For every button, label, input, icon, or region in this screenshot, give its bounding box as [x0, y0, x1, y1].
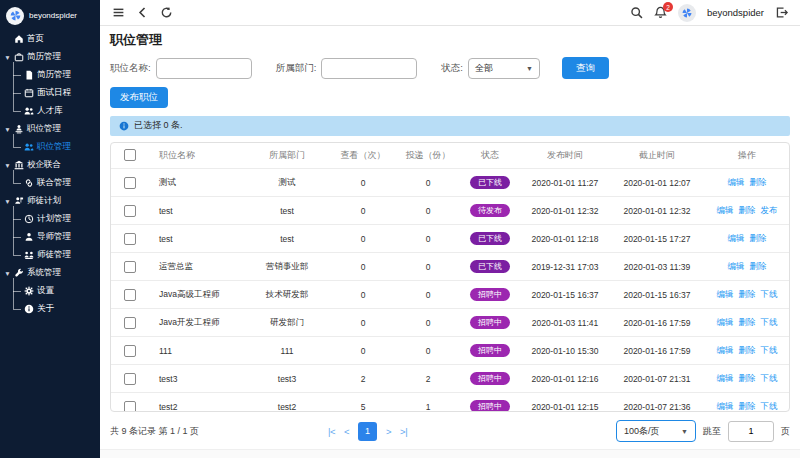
- menu-toggle-icon[interactable]: [112, 6, 125, 19]
- back-icon[interactable]: [136, 6, 149, 19]
- sidebar-item-3[interactable]: ▼校企联合: [0, 156, 100, 174]
- next-page-button[interactable]: >: [386, 426, 391, 437]
- action-edit-link[interactable]: 编辑: [717, 317, 734, 327]
- sidebar-subitem-1-1[interactable]: 面试日程: [13, 84, 100, 102]
- select-all-checkbox[interactable]: [124, 149, 136, 161]
- status-badge: 招聘中: [470, 316, 510, 329]
- selection-bar: 已选择 0 条.: [110, 116, 790, 135]
- logout-icon[interactable]: [775, 6, 788, 19]
- row-checkbox[interactable]: [124, 401, 136, 412]
- row-checkbox[interactable]: [124, 205, 136, 217]
- chevron-down-icon: ▼: [4, 162, 11, 169]
- sidebar-subitem-5-0[interactable]: 设置: [13, 282, 100, 300]
- cell-publish-time: 2020-01-01 12:18: [519, 225, 611, 253]
- row-checkbox[interactable]: [124, 261, 136, 273]
- pagination: |< < 1 > >|: [328, 422, 407, 441]
- status-select[interactable]: 全部 ▼: [468, 58, 540, 79]
- name-filter-input[interactable]: [156, 58, 252, 79]
- cell-views: 0: [331, 253, 395, 281]
- action-offline-link[interactable]: 下线: [761, 401, 778, 411]
- sidebar-subitem-label: 设置: [37, 285, 54, 297]
- wrench-icon: [14, 268, 24, 278]
- sidebar: beyondspider 首页▼简历管理简历管理面试日程人才库▼职位管理职位管理…: [0, 0, 100, 458]
- table-row: 111 111 0 0 招聘中 2020-01-10 15:30 2020-01…: [111, 337, 790, 365]
- action-delete-link[interactable]: 删除: [750, 261, 767, 271]
- refresh-icon[interactable]: [160, 6, 173, 19]
- sidebar-subitem-5-1[interactable]: 关于: [13, 300, 100, 318]
- publish-job-button[interactable]: 发布职位: [110, 87, 168, 108]
- action-edit-link[interactable]: 编辑: [728, 233, 745, 243]
- status-badge: 已下线: [470, 232, 510, 245]
- cell-deadline: 2020-01-07 21:31: [611, 365, 703, 393]
- action-edit-link[interactable]: 编辑: [717, 345, 734, 355]
- action-edit-link[interactable]: 编辑: [717, 401, 734, 411]
- records-summary: 共 9 条记录 第 1 / 1 页: [110, 425, 199, 438]
- row-checkbox[interactable]: [124, 345, 136, 357]
- sidebar-subitem-2-0[interactable]: 职位管理: [13, 138, 100, 156]
- jump-page-input[interactable]: [728, 421, 774, 442]
- cell-department: test2: [243, 393, 331, 412]
- cell-department: 测试: [243, 169, 331, 197]
- dept-filter-input[interactable]: [321, 58, 417, 79]
- avatar[interactable]: [678, 4, 696, 22]
- cell-publish-time: 2020-01-03 11:41: [519, 309, 611, 337]
- action-delete-link[interactable]: 删除: [739, 289, 756, 299]
- first-page-button[interactable]: |<: [328, 426, 335, 437]
- prev-page-button[interactable]: <: [344, 426, 349, 437]
- sidebar-item-1[interactable]: ▼简历管理: [0, 48, 100, 66]
- cell-deadline: 2020-01-03 11:39: [611, 253, 703, 281]
- brand-logo-icon: [6, 7, 24, 25]
- cell-deadline: 2020-01-07 21:36: [611, 393, 703, 412]
- sidebar-subitem-4-0[interactable]: 计划管理: [13, 210, 100, 228]
- search-icon[interactable]: [630, 6, 643, 19]
- current-page-button[interactable]: 1: [358, 422, 377, 441]
- notifications-button[interactable]: 2: [654, 6, 667, 19]
- action-offline-link[interactable]: 下线: [761, 373, 778, 383]
- action-edit-link[interactable]: 编辑: [717, 205, 734, 215]
- action-delete-link[interactable]: 删除: [739, 345, 756, 355]
- action-delete-link[interactable]: 删除: [750, 177, 767, 187]
- query-button[interactable]: 查询: [562, 57, 609, 79]
- action-delete-link[interactable]: 删除: [739, 373, 756, 383]
- sidebar-subitem-3-0[interactable]: 联合管理: [13, 174, 100, 192]
- sidebar-subitem-1-2[interactable]: 人才库: [13, 102, 100, 120]
- sidebar-item-5[interactable]: ▼系统管理: [0, 264, 100, 282]
- status-badge: 招聘中: [470, 400, 510, 412]
- action-delete-link[interactable]: 删除: [739, 317, 756, 327]
- row-checkbox[interactable]: [124, 177, 136, 189]
- header-department: 所属部门: [243, 143, 331, 169]
- action-edit-link[interactable]: 编辑: [717, 289, 734, 299]
- action-offline-link[interactable]: 下线: [761, 317, 778, 327]
- cell-actions: 编辑删除: [703, 169, 790, 197]
- sidebar-subitem-1-0[interactable]: 简历管理: [13, 66, 100, 84]
- action-delete-link[interactable]: 删除: [739, 205, 756, 215]
- row-checkbox[interactable]: [124, 289, 136, 301]
- action-offline-link[interactable]: 下线: [761, 345, 778, 355]
- cell-applies: 0: [395, 281, 461, 309]
- cell-department: test: [243, 197, 331, 225]
- page-size-select[interactable]: 100条/页 ▼: [616, 420, 696, 442]
- last-page-button[interactable]: >|: [400, 426, 407, 437]
- clock-icon: [24, 214, 34, 224]
- header-applies: 投递（份）: [395, 143, 461, 169]
- sidebar-subitem-4-2[interactable]: 师徒管理: [13, 246, 100, 264]
- brand-name: beyondspider: [29, 11, 77, 20]
- action-edit-link[interactable]: 编辑: [717, 373, 734, 383]
- action-offline-link[interactable]: 下线: [761, 289, 778, 299]
- row-checkbox[interactable]: [124, 233, 136, 245]
- cell-job-name: test3: [149, 365, 243, 393]
- sidebar-item-4[interactable]: ▼师徒计划: [0, 192, 100, 210]
- document-icon: [24, 70, 34, 80]
- action-delete-link[interactable]: 删除: [739, 401, 756, 411]
- row-checkbox[interactable]: [124, 317, 136, 329]
- sidebar-item-2[interactable]: ▼职位管理: [0, 120, 100, 138]
- row-checkbox[interactable]: [124, 373, 136, 385]
- sidebar-item-0[interactable]: 首页: [0, 30, 100, 48]
- cell-applies: 0: [395, 309, 461, 337]
- cell-publish-time: 2020-01-01 12:15: [519, 393, 611, 412]
- action-edit-link[interactable]: 编辑: [728, 261, 745, 271]
- action-publish-link[interactable]: 发布: [761, 205, 778, 215]
- action-edit-link[interactable]: 编辑: [728, 177, 745, 187]
- action-delete-link[interactable]: 删除: [750, 233, 767, 243]
- sidebar-subitem-4-1[interactable]: 导师管理: [13, 228, 100, 246]
